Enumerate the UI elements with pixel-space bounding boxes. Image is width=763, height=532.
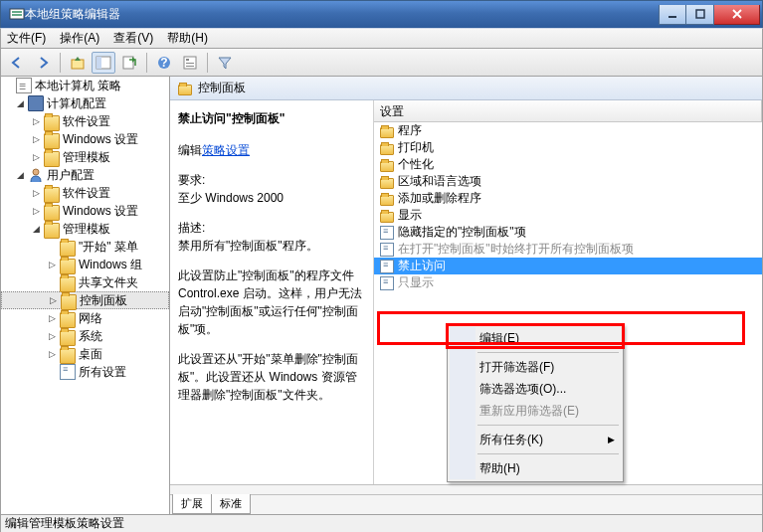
list-item-personalization[interactable]: 个性化: [374, 156, 762, 173]
svg-rect-2: [12, 14, 22, 16]
back-button[interactable]: [5, 52, 29, 74]
ctx-help[interactable]: 帮助(H): [450, 457, 621, 479]
tree-start-menu[interactable]: "开始" 菜单: [1, 238, 169, 256]
description-3: 此设置还从"开始"菜单删除"控制面板"。此设置还从 Windows 资源管理器删…: [178, 350, 365, 404]
tree-c-admin[interactable]: ▷管理模板: [1, 148, 169, 166]
svg-rect-4: [696, 10, 704, 18]
menu-view[interactable]: 查看(V): [113, 30, 153, 47]
ctx-reapply-filter: 重新应用筛选器(E): [450, 400, 621, 422]
description-2: 此设置防止"控制面板"的程序文件 Control.exe 启动。这样，用户无法启…: [178, 266, 365, 338]
tab-extended[interactable]: 扩展: [172, 494, 212, 514]
minimize-button[interactable]: [659, 5, 686, 25]
tree-system[interactable]: ▷系统: [1, 327, 169, 345]
ctx-all-tasks[interactable]: 所有任务(K)▶: [450, 429, 621, 450]
tree-network[interactable]: ▷网络: [1, 309, 169, 327]
tree-u-admin[interactable]: ◢管理模板: [1, 220, 169, 238]
svg-text:?: ?: [160, 56, 167, 70]
edit-policy-link[interactable]: 策略设置: [202, 143, 250, 157]
maximize-button[interactable]: [686, 5, 714, 25]
list-item-only-show[interactable]: 只显示: [374, 274, 762, 291]
app-icon: [9, 7, 25, 23]
svg-rect-7: [96, 57, 101, 69]
list-item-hide[interactable]: 隐藏指定的"控制面板"项: [374, 224, 762, 241]
ctx-filter-options[interactable]: 筛选器选项(O)...: [450, 378, 621, 400]
svg-rect-1: [12, 11, 22, 13]
list-item-always-open[interactable]: 在打开"控制面板"时始终打开所有控制面板项: [374, 241, 762, 258]
list-item-programs[interactable]: 程序: [374, 122, 762, 139]
list-item-region[interactable]: 区域和语言选项: [374, 173, 762, 190]
context-menu: 编辑(E) 打开筛选器(F) 筛选器选项(O)... 重新应用筛选器(E) 所有…: [447, 324, 624, 482]
tree-c-software[interactable]: ▷软件设置: [1, 112, 169, 130]
properties-button[interactable]: [178, 52, 202, 74]
list-item-display[interactable]: 显示: [374, 207, 762, 224]
svg-rect-12: [186, 59, 189, 61]
window-titlebar: 本地组策略编辑器: [0, 0, 763, 28]
content-header: 控制面板: [170, 77, 762, 100]
content-title: 控制面板: [198, 80, 246, 96]
tree-control-panel[interactable]: ▷控制面板: [1, 291, 169, 309]
tab-standard[interactable]: 标准: [211, 494, 251, 514]
tree-u-windows[interactable]: ▷Windows 设置: [1, 202, 169, 220]
requirement-label: 要求:: [178, 173, 205, 187]
tree-toggle-button[interactable]: [92, 52, 115, 74]
requirement-value: 至少 Windows 2000: [178, 191, 284, 205]
settings-header: 设置: [374, 100, 762, 122]
ctx-filter-on[interactable]: 打开筛选器(F): [450, 356, 621, 378]
description-1: 禁用所有"控制面板"程序。: [178, 239, 318, 253]
content-tabs: 扩展 标准: [170, 494, 762, 514]
status-bar: 编辑管理模板策略设置: [0, 515, 763, 532]
menu-bar: 文件(F) 操作(A) 查看(V) 帮助(H): [0, 28, 763, 49]
ctx-edit[interactable]: 编辑(E): [450, 327, 621, 349]
svg-rect-3: [668, 16, 676, 18]
svg-rect-14: [186, 66, 194, 67]
menu-file[interactable]: 文件(F): [7, 30, 46, 47]
tree-c-windows[interactable]: ▷Windows 设置: [1, 130, 169, 148]
description-label: 描述:: [178, 221, 205, 235]
tree-panel: 本地计算机 策略 ◢计算机配置 ▷软件设置 ▷Windows 设置 ▷管理模板 …: [1, 77, 170, 514]
svg-rect-13: [186, 63, 194, 64]
edit-prefix: 编辑: [178, 143, 202, 157]
menu-action[interactable]: 操作(A): [60, 30, 99, 47]
tree-shared-folders[interactable]: 共享文件夹: [1, 273, 169, 291]
tree-windows-comp[interactable]: ▷Windows 组: [1, 256, 169, 273]
window-title: 本地组策略编辑器: [25, 6, 659, 23]
list-item-add-remove[interactable]: 添加或删除程序: [374, 190, 762, 207]
up-button[interactable]: [66, 52, 90, 74]
toolbar: ?: [0, 49, 763, 77]
tree-user-config[interactable]: ◢用户配置: [1, 166, 169, 184]
tree-u-software[interactable]: ▷软件设置: [1, 184, 169, 202]
status-text: 编辑管理模板策略设置: [5, 515, 124, 532]
main-area: 本地计算机 策略 ◢计算机配置 ▷软件设置 ▷Windows 设置 ▷管理模板 …: [0, 77, 763, 515]
tree-all-settings[interactable]: 所有设置: [1, 363, 169, 381]
tree-root[interactable]: 本地计算机 策略: [1, 77, 169, 94]
tree-desktop[interactable]: ▷桌面: [1, 345, 169, 363]
svg-rect-8: [123, 57, 133, 69]
filter-button[interactable]: [213, 52, 237, 74]
folder-icon: [178, 85, 192, 95]
submenu-arrow-icon: ▶: [608, 435, 615, 444]
settings-header-cell[interactable]: 设置: [374, 100, 762, 121]
list-item-printers[interactable]: 打印机: [374, 139, 762, 156]
policy-title: 禁止访问"控制面板": [178, 110, 365, 127]
tree-computer-config[interactable]: ◢计算机配置: [1, 94, 169, 112]
svg-point-15: [33, 169, 39, 175]
close-button[interactable]: [714, 5, 760, 25]
content-panel: 控制面板 禁止访问"控制面板" 编辑策略设置 要求:至少 Windows 200…: [170, 77, 762, 514]
help-button[interactable]: ?: [152, 52, 176, 74]
forward-button[interactable]: [31, 52, 55, 74]
menu-help[interactable]: 帮助(H): [167, 30, 208, 47]
svg-rect-5: [72, 60, 84, 69]
list-item-forbid-access[interactable]: 禁止访问: [374, 258, 762, 274]
export-button[interactable]: [117, 52, 141, 74]
detail-column: 禁止访问"控制面板" 编辑策略设置 要求:至少 Windows 2000 描述:…: [170, 100, 374, 484]
